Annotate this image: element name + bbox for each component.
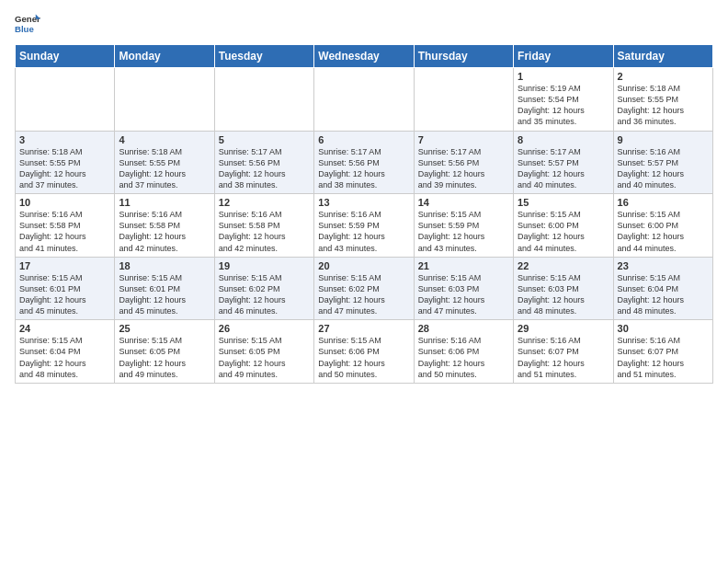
day-number: 17	[19, 260, 110, 271]
logo-icon: General Blue	[15, 11, 40, 37]
week-row-5: 24Sunrise: 5:15 AM Sunset: 6:04 PM Dayli…	[16, 320, 713, 384]
weekday-header-row: SundayMondayTuesdayWednesdayThursdayFrid…	[16, 45, 713, 68]
day-info: Sunrise: 5:17 AM Sunset: 5:56 PM Dayligh…	[219, 146, 310, 191]
week-row-3: 10Sunrise: 5:16 AM Sunset: 5:58 PM Dayli…	[16, 194, 713, 258]
day-info: Sunrise: 5:15 AM Sunset: 6:01 PM Dayligh…	[19, 272, 110, 317]
day-info: Sunrise: 5:15 AM Sunset: 6:01 PM Dayligh…	[119, 272, 210, 317]
calendar-cell: 1Sunrise: 5:19 AM Sunset: 5:54 PM Daylig…	[514, 68, 613, 132]
calendar-cell: 21Sunrise: 5:15 AM Sunset: 6:03 PM Dayli…	[414, 257, 513, 320]
day-number: 22	[518, 260, 609, 271]
calendar-cell: 15Sunrise: 5:15 AM Sunset: 6:00 PM Dayli…	[514, 194, 613, 258]
day-number: 3	[19, 134, 110, 145]
day-info: Sunrise: 5:17 AM Sunset: 5:56 PM Dayligh…	[318, 146, 409, 191]
day-info: Sunrise: 5:19 AM Sunset: 5:54 PM Dayligh…	[518, 83, 609, 128]
day-number: 23	[618, 260, 709, 271]
calendar-cell: 19Sunrise: 5:15 AM Sunset: 6:02 PM Dayli…	[214, 257, 313, 320]
day-info: Sunrise: 5:15 AM Sunset: 6:00 PM Dayligh…	[618, 209, 709, 254]
day-number: 1	[518, 71, 609, 82]
day-info: Sunrise: 5:15 AM Sunset: 6:04 PM Dayligh…	[618, 272, 709, 317]
logo: General Blue	[15, 11, 40, 37]
day-info: Sunrise: 5:17 AM Sunset: 5:57 PM Dayligh…	[518, 146, 609, 191]
calendar-cell: 27Sunrise: 5:15 AM Sunset: 6:06 PM Dayli…	[314, 320, 414, 384]
calendar-cell: 30Sunrise: 5:16 AM Sunset: 6:07 PM Dayli…	[613, 320, 712, 384]
day-info: Sunrise: 5:16 AM Sunset: 5:59 PM Dayligh…	[318, 209, 409, 254]
day-info: Sunrise: 5:18 AM Sunset: 5:55 PM Dayligh…	[19, 146, 110, 191]
day-number: 4	[119, 134, 210, 145]
day-number: 16	[618, 197, 709, 208]
day-info: Sunrise: 5:16 AM Sunset: 6:06 PM Dayligh…	[418, 335, 509, 380]
weekday-header-sunday: Sunday	[16, 45, 115, 68]
calendar-cell: 8Sunrise: 5:17 AM Sunset: 5:57 PM Daylig…	[514, 131, 613, 194]
day-info: Sunrise: 5:17 AM Sunset: 5:56 PM Dayligh…	[418, 146, 509, 191]
calendar-cell: 18Sunrise: 5:15 AM Sunset: 6:01 PM Dayli…	[115, 257, 214, 320]
day-number: 20	[318, 260, 409, 271]
day-number: 8	[518, 134, 609, 145]
header: General Blue	[15, 11, 713, 37]
weekday-header-friday: Friday	[514, 45, 613, 68]
day-number: 9	[618, 134, 709, 145]
calendar-cell: 10Sunrise: 5:16 AM Sunset: 5:58 PM Dayli…	[16, 194, 115, 258]
day-number: 14	[418, 197, 509, 208]
calendar-cell: 28Sunrise: 5:16 AM Sunset: 6:06 PM Dayli…	[414, 320, 513, 384]
calendar-cell: 29Sunrise: 5:16 AM Sunset: 6:07 PM Dayli…	[514, 320, 613, 384]
calendar-cell: 13Sunrise: 5:16 AM Sunset: 5:59 PM Dayli…	[314, 194, 414, 258]
weekday-header-saturday: Saturday	[613, 45, 712, 68]
calendar-cell: 5Sunrise: 5:17 AM Sunset: 5:56 PM Daylig…	[214, 131, 313, 194]
day-info: Sunrise: 5:16 AM Sunset: 6:07 PM Dayligh…	[618, 335, 709, 380]
day-info: Sunrise: 5:15 AM Sunset: 6:06 PM Dayligh…	[318, 335, 409, 380]
calendar-cell: 6Sunrise: 5:17 AM Sunset: 5:56 PM Daylig…	[314, 131, 414, 194]
day-number: 28	[418, 323, 509, 334]
day-info: Sunrise: 5:15 AM Sunset: 6:02 PM Dayligh…	[219, 272, 310, 317]
weekday-header-tuesday: Tuesday	[214, 45, 313, 68]
weekday-header-thursday: Thursday	[414, 45, 513, 68]
day-info: Sunrise: 5:15 AM Sunset: 6:04 PM Dayligh…	[19, 335, 110, 380]
day-number: 26	[219, 323, 310, 334]
calendar-cell: 3Sunrise: 5:18 AM Sunset: 5:55 PM Daylig…	[16, 131, 115, 194]
day-info: Sunrise: 5:18 AM Sunset: 5:55 PM Dayligh…	[618, 83, 709, 128]
weekday-header-wednesday: Wednesday	[314, 45, 414, 68]
calendar-cell	[314, 68, 414, 132]
calendar-cell: 23Sunrise: 5:15 AM Sunset: 6:04 PM Dayli…	[613, 257, 712, 320]
day-info: Sunrise: 5:16 AM Sunset: 5:57 PM Dayligh…	[618, 146, 709, 191]
svg-text:Blue: Blue	[15, 24, 34, 34]
calendar-cell: 2Sunrise: 5:18 AM Sunset: 5:55 PM Daylig…	[613, 68, 712, 132]
calendar-cell	[115, 68, 214, 132]
day-number: 24	[19, 323, 110, 334]
day-info: Sunrise: 5:18 AM Sunset: 5:55 PM Dayligh…	[119, 146, 210, 191]
calendar-cell: 26Sunrise: 5:15 AM Sunset: 6:05 PM Dayli…	[214, 320, 313, 384]
day-info: Sunrise: 5:15 AM Sunset: 5:59 PM Dayligh…	[418, 209, 509, 254]
day-number: 25	[119, 323, 210, 334]
day-info: Sunrise: 5:16 AM Sunset: 5:58 PM Dayligh…	[219, 209, 310, 254]
day-number: 18	[119, 260, 210, 271]
week-row-1: 1Sunrise: 5:19 AM Sunset: 5:54 PM Daylig…	[16, 68, 713, 132]
day-number: 13	[318, 197, 409, 208]
calendar-cell: 14Sunrise: 5:15 AM Sunset: 5:59 PM Dayli…	[414, 194, 513, 258]
day-info: Sunrise: 5:16 AM Sunset: 5:58 PM Dayligh…	[119, 209, 210, 254]
calendar-cell: 25Sunrise: 5:15 AM Sunset: 6:05 PM Dayli…	[115, 320, 214, 384]
day-info: Sunrise: 5:15 AM Sunset: 6:00 PM Dayligh…	[518, 209, 609, 254]
calendar-cell: 16Sunrise: 5:15 AM Sunset: 6:00 PM Dayli…	[613, 194, 712, 258]
day-number: 15	[518, 197, 609, 208]
day-number: 27	[318, 323, 409, 334]
calendar-cell: 17Sunrise: 5:15 AM Sunset: 6:01 PM Dayli…	[16, 257, 115, 320]
calendar-cell	[414, 68, 513, 132]
calendar-cell: 12Sunrise: 5:16 AM Sunset: 5:58 PM Dayli…	[214, 194, 313, 258]
day-number: 21	[418, 260, 509, 271]
day-info: Sunrise: 5:16 AM Sunset: 5:58 PM Dayligh…	[19, 209, 110, 254]
calendar-cell: 4Sunrise: 5:18 AM Sunset: 5:55 PM Daylig…	[115, 131, 214, 194]
day-number: 30	[618, 323, 709, 334]
calendar-cell: 9Sunrise: 5:16 AM Sunset: 5:57 PM Daylig…	[613, 131, 712, 194]
day-number: 2	[618, 71, 709, 82]
day-number: 19	[219, 260, 310, 271]
calendar-cell: 24Sunrise: 5:15 AM Sunset: 6:04 PM Dayli…	[16, 320, 115, 384]
day-number: 6	[318, 134, 409, 145]
calendar-cell	[214, 68, 313, 132]
day-number: 12	[219, 197, 310, 208]
day-number: 5	[219, 134, 310, 145]
day-info: Sunrise: 5:15 AM Sunset: 6:05 PM Dayligh…	[219, 335, 310, 380]
day-info: Sunrise: 5:15 AM Sunset: 6:02 PM Dayligh…	[318, 272, 409, 317]
day-number: 10	[19, 197, 110, 208]
day-number: 11	[119, 197, 210, 208]
week-row-4: 17Sunrise: 5:15 AM Sunset: 6:01 PM Dayli…	[16, 257, 713, 320]
calendar-table: SundayMondayTuesdayWednesdayThursdayFrid…	[15, 44, 713, 384]
